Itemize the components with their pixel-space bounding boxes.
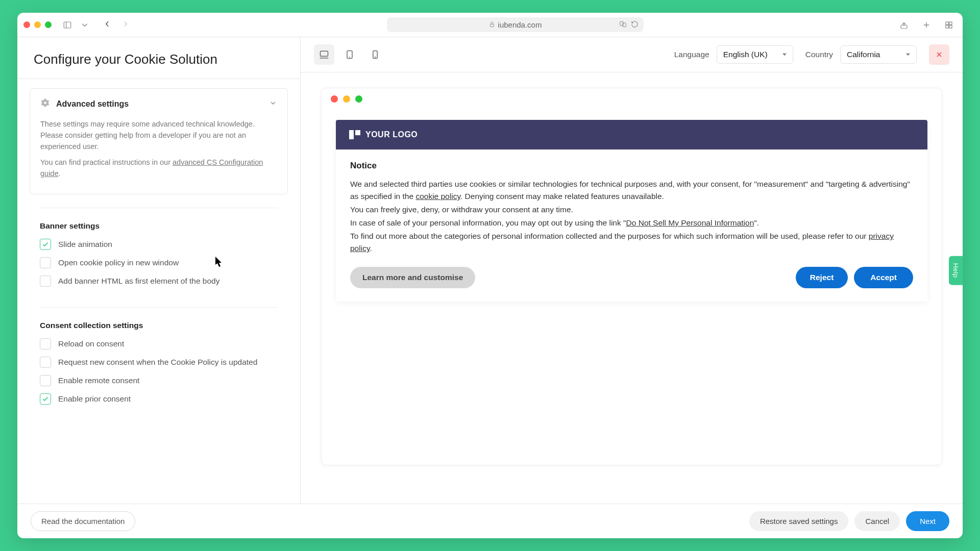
svg-rect-0	[64, 22, 71, 28]
preview-minimize-dot	[343, 95, 350, 103]
lock-icon	[489, 20, 495, 29]
checkbox-row[interactable]: Slide animation	[40, 239, 278, 250]
checkbox-row[interactable]: Request new consent when the Cookie Poli…	[40, 357, 278, 368]
tabs-dropdown-button[interactable]	[77, 18, 92, 32]
checkbox[interactable]	[40, 393, 51, 405]
translate-icon[interactable]	[619, 20, 627, 30]
back-button[interactable]	[99, 17, 116, 32]
svg-rect-11	[949, 25, 952, 28]
advanced-settings-toggle[interactable]: Advanced settings	[40, 98, 277, 110]
new-tab-button[interactable]	[919, 18, 934, 32]
checkbox-label: Open cookie policy in new window	[58, 257, 179, 268]
address-bar[interactable]: iubenda.com	[387, 17, 644, 32]
cookie-policy-link[interactable]: cookie policy	[415, 192, 460, 201]
checkbox-label: Reload on consent	[58, 338, 124, 349]
chevron-down-icon	[269, 99, 277, 109]
checkbox[interactable]	[40, 338, 51, 349]
language-select[interactable]: English (UK)	[717, 45, 793, 64]
checkbox-label: Request new consent when the Cookie Poli…	[58, 357, 257, 368]
logo-text: YOUR LOGO	[365, 130, 418, 139]
restore-settings-button[interactable]: Restore saved settings	[749, 511, 849, 531]
svg-rect-2	[490, 24, 494, 27]
window-minimize-dot[interactable]	[34, 21, 41, 28]
gear-icon	[40, 98, 50, 110]
checkbox-label: Enable remote consent	[58, 375, 139, 386]
svg-rect-12	[321, 51, 328, 56]
checkbox-row[interactable]: Open cookie policy in new window	[40, 257, 278, 268]
banner-settings-heading: Banner settings	[40, 221, 278, 231]
checkbox-label: Add banner HTML as first element of the …	[58, 276, 219, 287]
advanced-description-2: You can find practical instructions in o…	[40, 157, 277, 180]
cancel-button[interactable]: Cancel	[854, 511, 900, 531]
checkbox[interactable]	[40, 257, 51, 268]
share-button[interactable]	[896, 18, 912, 32]
banner-settings-section: Banner settings Slide animationOpen cook…	[40, 221, 278, 294]
advanced-description-1: These settings may require some advanced…	[40, 119, 277, 152]
svg-point-17	[375, 57, 376, 58]
url-text: iubenda.com	[498, 20, 542, 29]
close-button[interactable]	[929, 44, 949, 65]
cookie-notice-card: YOUR LOGO Notice We and selected third p…	[336, 120, 927, 302]
preview-toolbar: Language English (UK) Country California	[301, 37, 963, 72]
notice-title: Notice	[350, 161, 913, 171]
checkbox-row[interactable]: Add banner HTML as first element of the …	[40, 276, 278, 287]
browser-chrome: iubenda.com	[17, 13, 963, 37]
svg-rect-10	[946, 25, 948, 28]
notice-paragraph-3: In case of sale of your personal informa…	[350, 217, 913, 229]
next-button[interactable]: Next	[906, 511, 949, 531]
checkbox-row[interactable]: Reload on consent	[40, 338, 278, 349]
window-maximize-dot[interactable]	[45, 21, 52, 28]
notice-paragraph-1: We and selected third parties use cookie…	[350, 178, 913, 203]
tablet-preview-button[interactable]	[339, 44, 360, 65]
svg-rect-9	[949, 22, 952, 24]
logo-bar: YOUR LOGO	[336, 120, 927, 149]
checkbox-label: Slide animation	[58, 239, 112, 250]
sidebar-toggle-button[interactable]	[60, 18, 75, 32]
forward-button[interactable]	[117, 17, 134, 32]
checkbox[interactable]	[40, 239, 51, 250]
advanced-settings-label: Advanced settings	[56, 99, 263, 109]
preview-close-dot	[331, 95, 338, 103]
notice-paragraph-2: You can freely give, deny, or withdraw y…	[350, 204, 913, 216]
footer-bar: Read the documentation Restore saved set…	[17, 504, 963, 538]
optout-link[interactable]: Do Not Sell My Personal Information	[626, 218, 754, 227]
page-title: Configure your Cookie Solution	[34, 52, 284, 67]
settings-sidebar: Configure your Cookie Solution Advanced …	[17, 37, 301, 504]
svg-rect-8	[946, 22, 948, 24]
desktop-preview-button[interactable]	[314, 44, 334, 65]
consent-settings-heading: Consent collection settings	[40, 321, 278, 330]
consent-settings-section: Consent collection settings Reload on co…	[40, 321, 278, 412]
checkbox[interactable]	[40, 375, 51, 386]
help-tab[interactable]: Help	[949, 256, 963, 285]
language-label: Language	[674, 50, 709, 59]
read-documentation-button[interactable]: Read the documentation	[31, 511, 135, 531]
accept-button[interactable]: Accept	[854, 267, 913, 288]
learn-more-button[interactable]: Learn more and customise	[350, 267, 475, 288]
advanced-settings-card: Advanced settings These settings may req…	[30, 88, 288, 194]
checkbox-label: Enable prior consent	[58, 393, 131, 405]
checkbox[interactable]	[40, 276, 51, 287]
window-close-dot[interactable]	[23, 21, 30, 28]
preview-maximize-dot	[355, 95, 362, 103]
country-select[interactable]: California	[840, 45, 917, 64]
logo-icon	[349, 130, 360, 139]
reload-icon[interactable]	[631, 20, 639, 30]
reject-button[interactable]: Reject	[796, 267, 848, 288]
tab-overview-button[interactable]	[941, 18, 957, 32]
checkbox-row[interactable]: Enable remote consent	[40, 375, 278, 386]
notice-paragraph-4: To find out more about the categories of…	[350, 230, 913, 255]
preview-window: YOUR LOGO Notice We and selected third p…	[321, 88, 942, 465]
country-label: Country	[805, 50, 833, 59]
checkbox[interactable]	[40, 357, 51, 368]
checkbox-row[interactable]: Enable prior consent	[40, 393, 278, 405]
mobile-preview-button[interactable]	[365, 44, 385, 65]
